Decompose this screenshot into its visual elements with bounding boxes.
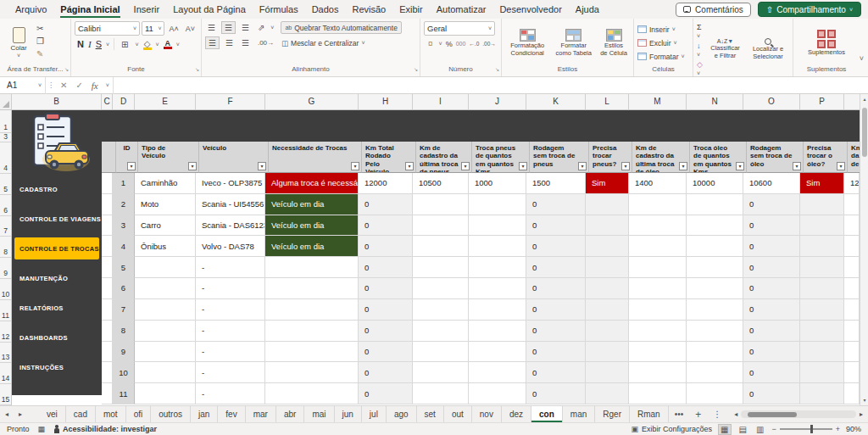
row-header-7[interactable]: 7 [0, 216, 11, 237]
page-break-view-icon[interactable]: ▥ [754, 425, 765, 434]
increase-decimal-icon[interactable]: ←.0 [469, 41, 479, 47]
cell[interactable]: 0 [743, 299, 800, 321]
cell[interactable]: Ônibus [135, 236, 196, 257]
cell[interactable]: 7 [113, 299, 135, 321]
column-header-O[interactable]: O [743, 94, 800, 109]
cell[interactable]: Sim [800, 173, 844, 194]
cell[interactable]: 0 [743, 236, 800, 257]
column-header-L[interactable]: L [586, 94, 629, 109]
cell[interactable] [469, 362, 526, 383]
borders-icon[interactable]: ⊞ [119, 39, 131, 50]
vertical-scrollbar[interactable]: ▴ ▾ [860, 94, 868, 405]
sheet-tab-set[interactable]: set [417, 406, 444, 422]
currency-icon[interactable]: ¤ [426, 38, 436, 49]
format-as-table-button[interactable]: Formatar como Tabela [553, 21, 594, 64]
align-right-icon[interactable]: ☰ [239, 37, 252, 48]
cell[interactable]: Carro [135, 215, 196, 237]
row-header-11[interactable]: 11 [0, 300, 11, 321]
align-left-icon[interactable]: ☰ [205, 36, 220, 49]
menu-item-automatizar[interactable]: Automatizar [430, 1, 493, 18]
cell[interactable] [413, 215, 469, 237]
cell[interactable] [413, 321, 469, 342]
menu-item-arquivo[interactable]: Arquivo [8, 1, 53, 18]
underline-button[interactable]: S [96, 39, 102, 49]
sheet-tab-out[interactable]: out [444, 406, 472, 422]
row-header-8[interactable]: 8 [0, 237, 11, 258]
menu-item-inserir[interactable]: Inserir [127, 1, 167, 18]
page-layout-view-icon[interactable]: ▤ [737, 425, 748, 434]
cell[interactable] [629, 299, 687, 321]
column-header-E[interactable]: E [135, 94, 196, 109]
filter-dropdown-icon[interactable]: ▾ [461, 162, 470, 170]
row-header-6[interactable]: 6 [0, 195, 11, 216]
accessibility-status[interactable]: Acessibilidade: investigar [53, 425, 157, 433]
percent-icon[interactable]: % [446, 40, 453, 48]
cell[interactable]: Volvo - DAS78 [196, 236, 265, 257]
select-all-corner[interactable] [0, 94, 12, 109]
orientation-icon[interactable]: ⇗ [255, 22, 267, 33]
sheet-tab-mai[interactable]: mai [304, 406, 334, 422]
cell[interactable]: 1000 [469, 173, 526, 194]
chevron-down-icon[interactable]: ˅ [106, 42, 109, 47]
menu-item-layout-da-página[interactable]: Layout da Página [166, 1, 253, 18]
conditional-formatting-button[interactable]: Formatação Condicional [505, 21, 549, 64]
cell[interactable]: 10500 [413, 173, 469, 194]
column-header-I[interactable]: I [413, 94, 469, 109]
autosum-button[interactable]: Σ ˅ [697, 23, 704, 40]
sheet-tab-vei[interactable]: vei [39, 406, 66, 422]
cell[interactable] [629, 362, 687, 383]
cell[interactable]: 0 [359, 215, 413, 237]
filter-dropdown-icon[interactable]: ▾ [578, 162, 587, 170]
cell[interactable] [265, 342, 359, 363]
name-box[interactable]: A1˅ [0, 77, 46, 94]
cell-partial[interactable] [844, 257, 860, 278]
cell[interactable]: 0 [359, 299, 413, 321]
cell[interactable] [800, 362, 844, 383]
zoom-out-icon[interactable]: − [771, 425, 776, 433]
bold-button[interactable]: N [77, 39, 84, 49]
cell[interactable]: - [196, 321, 265, 342]
cell[interactable] [586, 236, 629, 257]
cell[interactable]: 0 [743, 342, 800, 363]
column-header-C[interactable]: C [102, 94, 113, 109]
cell-partial[interactable] [844, 278, 860, 299]
cell[interactable]: 0 [743, 362, 800, 383]
cell[interactable] [586, 342, 629, 363]
cell[interactable]: 0 [743, 215, 800, 237]
prev-sheet-icon[interactable]: ◂ [0, 406, 14, 422]
cell[interactable]: 0 [359, 362, 413, 383]
header-cell-2[interactable]: Tipo de Veículo▾ [138, 142, 199, 173]
normal-view-icon[interactable]: ▦ [718, 424, 731, 435]
display-settings-button[interactable]: ▣ Exibir Configurações [632, 425, 713, 433]
sheet-tab-con[interactable]: con [531, 406, 563, 422]
next-sheet-icon[interactable]: ▸ [14, 406, 27, 422]
number-format-select[interactable]: Geral˅ [424, 21, 495, 36]
cell[interactable] [469, 278, 526, 299]
cell[interactable]: 3 [113, 215, 135, 237]
vertical-scroll-thumb[interactable] [862, 108, 867, 157]
shrink-font-icon[interactable]: A˅ [183, 21, 198, 36]
cell-partial[interactable] [844, 194, 860, 215]
cell[interactable] [629, 257, 687, 278]
menu-item-exibir[interactable]: Exibir [392, 1, 430, 18]
cell[interactable] [687, 215, 743, 237]
chevron-down-icon[interactable]: ˅ [176, 42, 180, 47]
column-header-H[interactable]: H [359, 94, 413, 109]
insert-function-icon[interactable]: fx [87, 81, 103, 91]
align-top-icon[interactable]: ☰ [205, 22, 218, 33]
find-select-button[interactable]: Localizar e Selecionar [747, 21, 789, 77]
cell-spacer[interactable] [102, 342, 113, 363]
zoom-thumb[interactable] [810, 425, 814, 433]
fill-color-button[interactable]: ◇ [143, 39, 152, 50]
cell[interactable]: Scania - UI54556 [196, 194, 265, 215]
insert-cells-button[interactable]: Inserir˅ [637, 23, 689, 36]
macro-record-icon[interactable]: ▦ [38, 425, 46, 433]
filter-dropdown-icon[interactable]: ▾ [837, 162, 845, 170]
cell[interactable] [413, 194, 469, 215]
clear-button[interactable]: ◇ ˅ [697, 60, 704, 77]
sheet-tab-dez[interactable]: dez [502, 406, 531, 422]
cell[interactable] [800, 383, 844, 404]
filter-dropdown-icon[interactable]: ▾ [405, 162, 414, 170]
cell-partial[interactable] [844, 383, 860, 404]
cell-spacer[interactable] [102, 278, 113, 299]
